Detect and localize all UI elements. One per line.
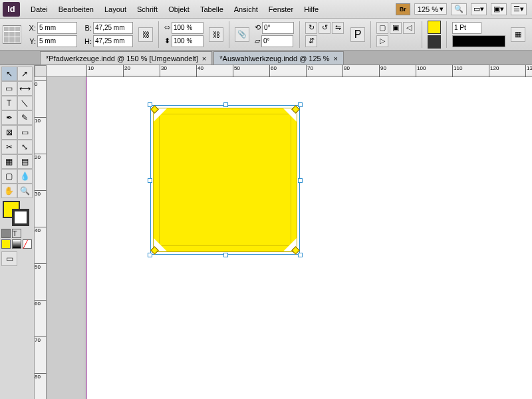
zoom-level[interactable]: 125 %▾ [414,3,447,15]
select-content-icon[interactable]: ▣ [390,22,402,34]
rectangle-tool[interactable]: ▭ [17,125,33,140]
color-wells[interactable] [1,201,33,227]
menu-fenster[interactable]: Fenster [263,3,299,16]
view-mode-icon[interactable]: ▭▾ [471,3,487,15]
rectangle-frame-tool[interactable]: ⊠ [1,125,17,140]
ruler-tick: 70 [35,336,47,343]
stroke-swatch[interactable] [428,35,441,49]
rotate-ccw-icon[interactable]: ↺ [319,22,331,34]
close-icon[interactable]: × [202,55,206,63]
ruler-origin[interactable] [35,65,47,77]
menu-schrift[interactable]: Schrift [132,3,163,16]
apply-none-icon[interactable]: ╱ [23,239,32,249]
gradient-swatch-tool[interactable]: ▦ [1,154,17,169]
ruler-tick: 90 [379,65,386,77]
handle-ml[interactable] [148,178,152,183]
scale-y-input[interactable]: 100 % [172,35,203,47]
menu-ansicht[interactable]: Ansicht [229,3,263,16]
clip-icon[interactable]: 📎 [235,27,249,42]
toolbox: ↖↗ ▭⟷ T＼ ✒✎ ⊠▭ ✂⤡ ▦▤ ▢💧 ✋🔍 T ╱ ▭ [0,65,35,399]
rotate-cw-icon[interactable]: ↻ [305,22,317,34]
rotate-input[interactable]: 0° [262,22,294,34]
gap-tool[interactable]: ⟷ [17,81,33,96]
h-input[interactable]: 47,25 mm [93,35,133,47]
control-panel: X:5 mm Y:5 mm B:47,25 mm H:47,25 mm ⛓ ⬄1… [0,19,532,51]
select-container-icon[interactable]: ▢ [376,22,388,34]
ruler-tick: 100 [416,65,426,77]
horizontal-ruler[interactable]: 10 20 30 40 50 60 70 80 90 100 110 120 1… [47,65,532,77]
line-tool[interactable]: ＼ [17,96,33,110]
note-tool[interactable]: ▢ [1,169,17,184]
shear-icon: ▱ [255,37,260,45]
effects-icon[interactable]: ▦ [511,27,525,42]
select-next-icon[interactable]: ▷ [376,35,388,47]
menu-bearbeiten[interactable]: Bearbeiten [53,3,99,16]
flip-v-icon[interactable]: ⇵ [305,35,317,47]
ruler-tick: 10 [86,65,94,77]
ruler-tick: 60 [269,65,277,77]
format-text-icon[interactable]: T [12,229,21,238]
tab-auswahlwerkzeug[interactable]: *Auswahlwerkzeug.indd @ 125 %× [213,51,344,65]
handle-tm[interactable] [223,102,228,107]
search-icon[interactable]: 🔍 [451,3,467,15]
stroke-weight-input[interactable]: 1 Pt [452,22,481,34]
menu-datei[interactable]: Datei [25,3,53,16]
page-tool[interactable]: ▭ [1,81,17,96]
y-input[interactable]: 5 mm [37,35,77,47]
scale-y-icon: ⬍ [164,37,170,45]
handle-tl[interactable] [148,102,152,107]
constrain-icon[interactable]: ⛓ [138,27,153,42]
handle-bl[interactable] [148,253,152,257]
apply-gradient-icon[interactable] [12,239,21,249]
eyedropper-tool[interactable]: 💧 [17,169,33,184]
apply-color-icon[interactable] [1,239,11,249]
ruler-tick: 50 [35,263,47,270]
document-tabs: *Pfadwerkzeuge.indd @ 150 % [Umgewandelt… [0,51,532,65]
vertical-ruler[interactable]: 0 10 20 30 40 50 60 70 80 [35,77,47,399]
scale-x-input[interactable]: 100 % [172,22,203,34]
flip-h-icon[interactable]: ⇋ [332,22,344,34]
handle-tr[interactable] [298,102,303,107]
handle-mr[interactable] [298,178,303,183]
reference-point[interactable] [3,25,21,44]
pen-tool[interactable]: ✒ [1,110,17,125]
menu-tabelle[interactable]: Tabelle [195,3,229,16]
page[interactable] [86,77,532,399]
tab-label: *Auswahlwerkzeug.indd @ 125 % [219,55,329,63]
zoom-value: 125 % [418,5,438,13]
stroke-style[interactable] [452,35,505,47]
pencil-tool[interactable]: ✎ [17,110,33,125]
hand-tool[interactable]: ✋ [1,184,17,198]
menu-objekt[interactable]: Objekt [163,3,195,16]
menu-layout[interactable]: Layout [99,3,132,16]
w-input[interactable]: 47,25 mm [93,22,133,34]
shear-input[interactable]: 0° [261,35,293,47]
selection-tool[interactable]: ↖ [1,66,17,81]
canvas[interactable]: 10 20 30 40 50 60 70 80 90 100 110 120 1… [35,65,532,399]
tab-pfadwerkzeuge[interactable]: *Pfadwerkzeuge.indd @ 150 % [Umgewandelt… [40,51,212,65]
handle-br[interactable] [298,253,303,257]
constrain-scale-icon[interactable]: ⛓ [209,27,223,42]
direct-selection-tool[interactable]: ↗ [17,66,33,81]
fill-swatch[interactable] [428,21,441,34]
ruler-tick: 80 [35,373,47,380]
stroke-color[interactable] [12,209,29,226]
free-transform-tool[interactable]: ⤡ [17,140,33,154]
point-type-icon[interactable]: P [350,27,365,42]
scissors-tool[interactable]: ✂ [1,140,17,154]
gradient-feather-tool[interactable]: ▤ [17,154,33,169]
view-mode-normal[interactable]: ▭ [1,251,17,266]
menu-hilfe[interactable]: Hilfe [299,3,324,16]
selected-rectangle[interactable] [150,105,300,255]
arrange-icon[interactable]: ☰▾ [511,3,527,15]
menu-bar: Id Datei Bearbeiten Layout Schrift Objek… [0,0,532,19]
format-container-icon[interactable] [1,229,11,238]
bridge-button[interactable]: Br [396,3,410,15]
x-input[interactable]: 5 mm [37,22,77,34]
select-prev-icon[interactable]: ◁ [403,22,415,34]
handle-bm[interactable] [223,253,228,257]
zoom-tool[interactable]: 🔍 [17,184,33,198]
close-icon[interactable]: × [334,55,338,63]
screen-mode-icon[interactable]: ▣▾ [491,3,507,15]
type-tool[interactable]: T [1,96,17,110]
